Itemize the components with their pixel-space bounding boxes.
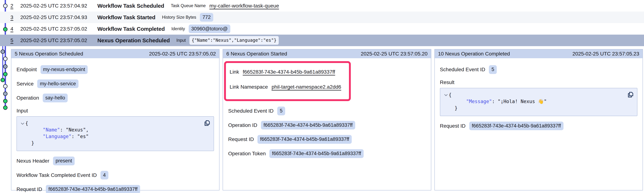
panel-timestamp: 2025-02-25 UTC 23:57:05.20 xyxy=(361,51,428,57)
timeline-event-dot-gray[interactable] xyxy=(1,50,5,54)
copy-button[interactable] xyxy=(626,90,634,99)
event-attr-label: History Size Bytes xyxy=(162,15,196,20)
event-timestamp: 2025-02-25 UTC 23:57:05.02 xyxy=(20,26,88,32)
event-title: Workflow Task Started xyxy=(97,14,155,20)
field-label: Request ID xyxy=(228,136,254,142)
detail-field: Scheduled Event ID5 xyxy=(440,65,638,74)
timeline-event-dot-white[interactable] xyxy=(4,57,7,61)
json-value: "es" xyxy=(77,134,89,139)
event-title: Workflow Task Completed xyxy=(97,26,165,32)
event-row[interactable]: 22025-02-25 UTC 23:57:04.92Workflow Task… xyxy=(0,0,644,11)
field-label: Request ID xyxy=(440,123,466,129)
json-brace: } xyxy=(31,140,34,146)
json-entry: "Name": "Nexus", xyxy=(20,127,210,133)
event-id-link[interactable]: 5 xyxy=(10,37,16,43)
field-value-link[interactable]: phil-target-namespace2.a2dd6 xyxy=(272,84,341,90)
event-attr-value-badge: 30960@totoro@ xyxy=(189,24,230,33)
timeline-event-dot-gray[interactable] xyxy=(4,92,7,96)
detail-field: Request IDf665283f-743e-4374-b45b-9a61a8… xyxy=(440,122,638,130)
field-value-badge: f665283f-743e-4374-b45b-9a61a89337ff xyxy=(258,135,352,144)
field-value-badge: f665283f-743e-4374-b45b-9a61a89337ff xyxy=(261,121,355,130)
event-title: Workflow Task Scheduled xyxy=(97,3,164,9)
json-colon: : xyxy=(60,127,66,133)
json-entry: "Language": "es" xyxy=(20,133,210,140)
json-indent xyxy=(20,134,43,139)
timeline-event-dot-green[interactable] xyxy=(4,99,7,103)
field-label: Endpoint xyxy=(16,67,37,72)
event-title: Nexus Operation Scheduled xyxy=(97,37,170,44)
json-open-brace-line: { xyxy=(20,120,210,127)
json-key: "Message" xyxy=(466,99,492,104)
field-label: Operation ID xyxy=(228,122,257,128)
annotation-highlight-box: Linkf665283f-743e-4374-b45b-9a61a89337ff… xyxy=(224,61,350,101)
detail-field: Endpointmy-nexus-endpoint xyxy=(16,65,214,74)
panel-timestamp: 2025-02-25 UTC 23:57:05.23 xyxy=(572,51,639,57)
field-label: Service xyxy=(16,81,34,87)
field-value-badge: 5 xyxy=(277,107,285,115)
event-id-link[interactable]: 2 xyxy=(10,3,16,9)
json-indent xyxy=(20,140,31,146)
detail-field: Nexus Headerpresent xyxy=(16,157,214,165)
field-value-badge: f665283f-743e-4374-b45b-9a61a89337ff xyxy=(469,122,564,130)
json-close-brace-line: } xyxy=(20,140,210,146)
panel-body: Scheduled Event ID5Result{ "Message": "¡… xyxy=(435,58,642,136)
event-attr-label: Task Queue Name xyxy=(171,3,206,8)
detail-field: Servicemy-hello-service xyxy=(16,79,214,88)
panel-title: 5 Nexus Operation Scheduled xyxy=(15,51,83,57)
field-value-badge: present xyxy=(53,157,75,165)
json-close-brace-line: } xyxy=(443,105,633,111)
panel-header: 10 Nexus Operation Completed2025-02-25 U… xyxy=(435,49,642,58)
field-label: Result xyxy=(440,79,638,85)
event-row[interactable]: 42025-02-25 UTC 23:57:05.02Workflow Task… xyxy=(0,23,644,35)
timeline-event-dot-green[interactable] xyxy=(4,72,7,76)
panel-header: 6 Nexus Operation Started2025-02-25 UTC … xyxy=(223,49,431,58)
event-attr-label: Identity xyxy=(172,26,185,31)
detail-field: Scheduled Event ID5 xyxy=(228,107,426,115)
field-label: Scheduled Event ID xyxy=(228,108,274,114)
event-attr-label: Input xyxy=(176,38,186,43)
timeline-event-dot-green[interactable] xyxy=(1,78,5,82)
json-brace: } xyxy=(454,105,458,111)
chevron-down-icon[interactable] xyxy=(20,122,25,125)
copy-icon xyxy=(203,119,211,127)
json-indent xyxy=(443,105,455,111)
chevron-down-icon[interactable] xyxy=(443,94,449,96)
event-detail-card: 10 Nexus Operation Completed2025-02-25 U… xyxy=(434,49,643,191)
field-value-badge: 5 xyxy=(489,65,497,74)
field-label: Link xyxy=(230,69,239,75)
panel-header: 5 Nexus Operation Scheduled2025-02-25 UT… xyxy=(11,49,219,58)
copy-button[interactable] xyxy=(203,119,211,128)
timeline-event-dot-white[interactable] xyxy=(4,84,7,88)
json-brace: { xyxy=(449,92,452,98)
event-id-link[interactable]: 3 xyxy=(10,14,16,20)
json-open-brace-line: { xyxy=(443,92,633,98)
event-row[interactable]: 32025-02-25 UTC 23:57:04.93Workflow Task… xyxy=(0,11,644,23)
field-value-badge: say-hello xyxy=(43,94,68,102)
panel-body: Endpointmy-nexus-endpointServicemy-hello… xyxy=(11,58,219,193)
json-key: "Language" xyxy=(43,134,72,139)
json-brace: { xyxy=(25,121,28,126)
json-key: "Name" xyxy=(43,127,60,133)
event-id-link[interactable]: 4 xyxy=(10,26,16,32)
timeline-event-dot-green[interactable] xyxy=(4,106,7,110)
event-detail-panels: 5 Nexus Operation Scheduled2025-02-25 UT… xyxy=(11,49,643,191)
event-attr-value-link[interactable]: my-caller-workflow-task-queue xyxy=(210,3,279,9)
field-label: Link Namespace xyxy=(230,84,268,90)
detail-field: Operation IDf665283f-743e-4374-b45b-9a61… xyxy=(228,121,426,130)
field-label: Request ID xyxy=(16,187,42,192)
event-detail-card: 5 Nexus Operation Scheduled2025-02-25 UT… xyxy=(11,49,220,191)
field-value-badge: my-nexus-endpoint xyxy=(40,65,88,74)
event-row[interactable]: 52025-02-25 UTC 23:57:05.02Nexus Operati… xyxy=(0,35,644,46)
copy-icon xyxy=(626,90,634,99)
json-viewer: { "Message": "¡Hola! Nexus 👋" } xyxy=(440,88,638,116)
field-value-link[interactable]: f665283f-743e-4374-b45b-9a61a89337ff xyxy=(243,69,335,75)
event-attr-value-badge: 772 xyxy=(200,13,213,22)
detail-field: Linkf665283f-743e-4374-b45b-9a61a89337ff xyxy=(230,68,341,76)
detail-field: Link Namespacephil-target-namespace2.a2d… xyxy=(230,83,341,91)
detail-field: Request IDf665283f-743e-4374-b45b-9a61a8… xyxy=(16,185,214,193)
event-timestamp: 2025-02-25 UTC 23:57:05.02 xyxy=(20,37,88,43)
event-timestamp: 2025-02-25 UTC 23:57:04.92 xyxy=(20,3,88,9)
timeline-event-dot-gray[interactable] xyxy=(4,65,7,68)
field-label: Scheduled Event ID xyxy=(440,67,486,72)
field-value-badge: f665283f-743e-4374-b45b-9a61a89337ff xyxy=(269,149,364,158)
